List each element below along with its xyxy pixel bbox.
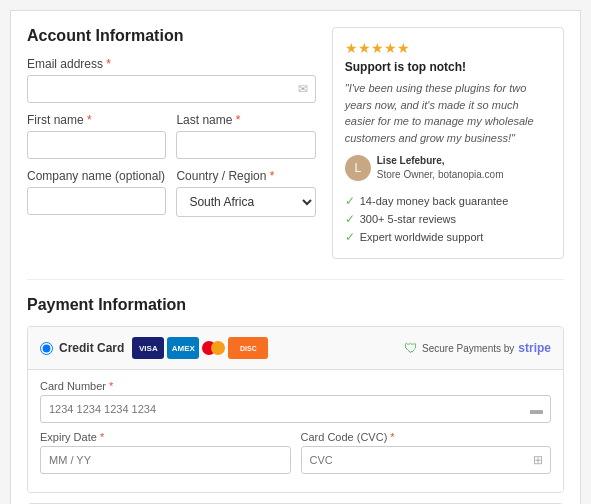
credit-card-header: Credit Card VISA AMEX DISC bbox=[28, 327, 563, 370]
card-icons: VISA AMEX DISC bbox=[132, 337, 268, 359]
author-site: botanopia.com bbox=[438, 169, 504, 180]
company-group: Company name (optional) bbox=[27, 169, 166, 217]
credit-card-radio[interactable] bbox=[40, 342, 53, 355]
last-name-group: Last name * bbox=[176, 113, 315, 159]
support-title: Support is top notch! bbox=[345, 60, 551, 74]
first-name-input[interactable] bbox=[27, 131, 166, 159]
card-number-group: Card Number * ▬ bbox=[40, 380, 551, 423]
top-section: Account Information Email address * ✉ Fi… bbox=[27, 27, 564, 259]
avatar: L bbox=[345, 155, 371, 181]
expiry-cvc-row: Expiry Date * Card Code (CVC) * ⊞ bbox=[40, 431, 551, 482]
check-icon-2: ✓ bbox=[345, 212, 355, 226]
author-title: Store Owner, bbox=[377, 169, 435, 180]
email-input[interactable] bbox=[27, 75, 316, 103]
trust-label-3: Expert worldwide support bbox=[360, 231, 484, 243]
trust-item-2: ✓ 300+ 5-star reviews bbox=[345, 210, 551, 228]
trust-label-1: 14-day money back guarantee bbox=[360, 195, 509, 207]
credit-card-form: Card Number * ▬ Expiry Date * bbox=[28, 370, 563, 492]
country-label: Country / Region * bbox=[176, 169, 315, 183]
discover-icon: DISC bbox=[228, 337, 268, 359]
name-row: First name * Last name * bbox=[27, 113, 316, 169]
last-name-label: Last name * bbox=[176, 113, 315, 127]
last-name-input[interactable] bbox=[176, 131, 315, 159]
stars: ★★★★★ bbox=[345, 40, 551, 56]
stripe-logo: stripe bbox=[518, 341, 551, 355]
country-select[interactable]: South Africa bbox=[176, 187, 315, 217]
email-group: Email address * ✉ bbox=[27, 57, 316, 103]
country-group: Country / Region * South Africa bbox=[176, 169, 315, 217]
email-wrapper: ✉ bbox=[27, 75, 316, 103]
testimonial-quote: "I've been using these plugins for two y… bbox=[345, 80, 551, 146]
first-name-group: First name * bbox=[27, 113, 166, 159]
testimonial-box: ★★★★★ Support is top notch! "I've been u… bbox=[332, 27, 564, 259]
author-info: Lise Lefebure, Store Owner, botanopia.co… bbox=[377, 154, 504, 182]
card-input-icon: ▬ bbox=[530, 402, 543, 417]
check-icon-1: ✓ bbox=[345, 194, 355, 208]
cvc-group: Card Code (CVC) * ⊞ bbox=[301, 431, 552, 474]
testimonial-author: L Lise Lefebure, Store Owner, botanopia.… bbox=[345, 154, 551, 182]
stripe-text: Secure Payments by bbox=[422, 343, 514, 354]
account-heading: Account Information bbox=[27, 27, 316, 45]
email-icon: ✉ bbox=[298, 82, 308, 96]
credit-card-label: Credit Card bbox=[59, 341, 124, 355]
stripe-badge: 🛡 Secure Payments by stripe bbox=[404, 340, 551, 356]
trust-label-2: 300+ 5-star reviews bbox=[360, 213, 456, 225]
cvc-input[interactable] bbox=[301, 446, 552, 474]
checkout-container: Account Information Email address * ✉ Fi… bbox=[10, 10, 581, 504]
trust-item-1: ✓ 14-day money back guarantee bbox=[345, 192, 551, 210]
amex-icon: AMEX bbox=[167, 337, 199, 359]
first-name-label: First name * bbox=[27, 113, 166, 127]
email-label: Email address * bbox=[27, 57, 316, 71]
cvc-label: Card Code (CVC) * bbox=[301, 431, 552, 443]
company-country-row: Company name (optional) Country / Region… bbox=[27, 169, 316, 227]
cvc-wrapper: ⊞ bbox=[301, 446, 552, 474]
payment-heading: Payment Information bbox=[27, 296, 564, 314]
mastercard-icon bbox=[202, 337, 225, 359]
payment-section: Payment Information Credit Card VISA AME… bbox=[27, 279, 564, 504]
credit-card-radio-label[interactable]: Credit Card bbox=[40, 341, 124, 355]
credit-card-option: Credit Card VISA AMEX DISC bbox=[27, 326, 564, 493]
trust-list: ✓ 14-day money back guarantee ✓ 300+ 5-s… bbox=[345, 192, 551, 246]
expiry-input[interactable] bbox=[40, 446, 291, 474]
author-name: Lise Lefebure, bbox=[377, 155, 445, 166]
email-required: * bbox=[103, 57, 111, 71]
card-number-wrapper: ▬ bbox=[40, 395, 551, 423]
check-icon-3: ✓ bbox=[345, 230, 355, 244]
stripe-shield-icon: 🛡 bbox=[404, 340, 418, 356]
card-number-label: Card Number * bbox=[40, 380, 551, 392]
expiry-group: Expiry Date * bbox=[40, 431, 291, 474]
trust-item-3: ✓ Expert worldwide support bbox=[345, 228, 551, 246]
company-input[interactable] bbox=[27, 187, 166, 215]
credit-card-left: Credit Card VISA AMEX DISC bbox=[40, 337, 268, 359]
card-number-input[interactable] bbox=[40, 395, 551, 423]
expiry-label: Expiry Date * bbox=[40, 431, 291, 443]
visa-icon: VISA bbox=[132, 337, 164, 359]
company-label: Company name (optional) bbox=[27, 169, 166, 183]
account-info-section: Account Information Email address * ✉ Fi… bbox=[27, 27, 316, 259]
mc-circle-orange bbox=[211, 341, 225, 355]
cvc-icon: ⊞ bbox=[533, 453, 543, 467]
